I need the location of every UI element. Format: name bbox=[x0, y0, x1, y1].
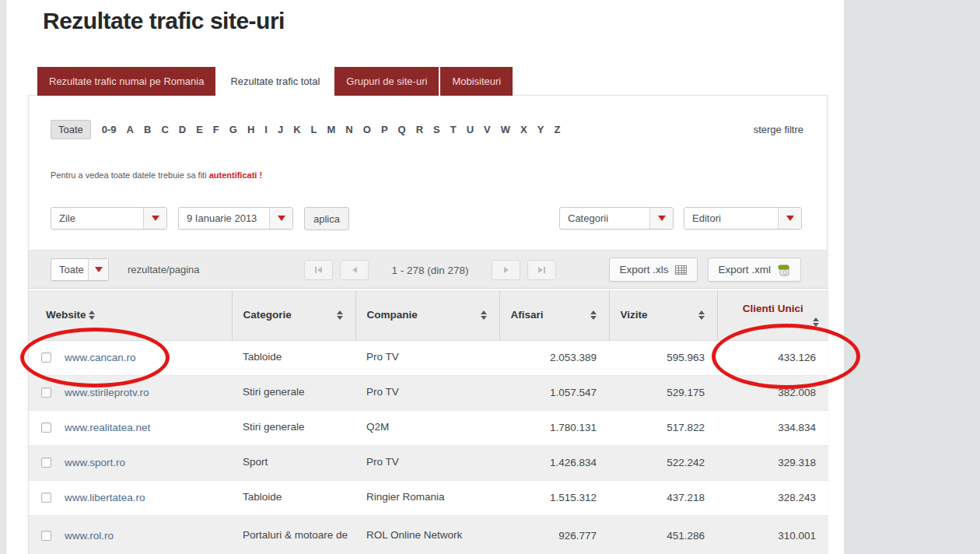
sort-icon[interactable] bbox=[813, 317, 819, 327]
triangle-left-icon bbox=[317, 267, 322, 273]
results-panel: Toate 0-9 A B C D E F G H I J K L M N O … bbox=[28, 95, 828, 554]
row-checkbox[interactable] bbox=[41, 352, 51, 363]
last-page-button[interactable] bbox=[527, 260, 556, 280]
alpha-filter-letter[interactable]: Z bbox=[554, 124, 560, 135]
alpha-filter-letter[interactable]: P bbox=[381, 124, 388, 135]
left-gutter bbox=[0, 0, 7, 554]
alpha-filter-letter[interactable]: A bbox=[127, 124, 134, 135]
column-label: Clienti Unici bbox=[718, 303, 829, 314]
last-page-icon bbox=[544, 267, 545, 273]
next-page-button[interactable] bbox=[492, 260, 520, 280]
cell-clienti-unici: 310.001 bbox=[717, 515, 828, 554]
caret-down-icon bbox=[786, 216, 794, 221]
date-dropdown-button[interactable] bbox=[269, 208, 292, 229]
period-dropdown[interactable]: Zile bbox=[51, 207, 167, 230]
website-link[interactable]: www.realitatea.net bbox=[65, 422, 150, 433]
alpha-filter-all[interactable]: Toate bbox=[51, 120, 91, 139]
alpha-filter-letter[interactable]: 0-9 bbox=[102, 124, 117, 135]
sort-icon[interactable] bbox=[481, 310, 487, 320]
category-dropdown[interactable]: Categorii bbox=[559, 207, 674, 230]
alpha-filter-letter[interactable]: E bbox=[196, 124, 203, 135]
alpha-filter-letter[interactable]: V bbox=[484, 124, 491, 135]
website-link[interactable]: www.stirileprotv.ro bbox=[65, 387, 149, 398]
prev-page-button[interactable] bbox=[340, 260, 369, 280]
row-checkbox[interactable] bbox=[41, 387, 51, 398]
table-row: www.rol.ro Portaluri & motoare de ROL On… bbox=[29, 515, 828, 554]
period-dropdown-button[interactable] bbox=[143, 208, 166, 229]
cell-categorie: Sport bbox=[232, 445, 355, 480]
column-header-companie[interactable]: Companie bbox=[355, 290, 499, 340]
sort-icon[interactable] bbox=[698, 310, 705, 320]
results-range-label: 1 - 278 (din 278) bbox=[376, 265, 485, 276]
website-link[interactable]: www.libertatea.ro bbox=[65, 492, 145, 503]
table-row: www.realitatea.net Stiri generale Q2M 1.… bbox=[29, 410, 828, 445]
export-xml-button[interactable]: Export .xml bbox=[708, 258, 801, 282]
editor-dropdown[interactable]: Editori bbox=[684, 207, 802, 230]
alpha-filter-letter[interactable]: W bbox=[501, 124, 510, 135]
export-xls-button[interactable]: Export .xls bbox=[609, 258, 698, 282]
column-header-afisari[interactable]: Afisari bbox=[499, 290, 609, 340]
alpha-filter-letter[interactable]: X bbox=[520, 124, 527, 135]
row-checkbox[interactable] bbox=[41, 493, 51, 503]
website-link[interactable]: www.sport.ro bbox=[65, 457, 125, 468]
alphabet-filter: Toate 0-9 A B C D E F G H I J K L M N O … bbox=[51, 120, 803, 139]
alpha-filter-letter[interactable]: L bbox=[311, 124, 317, 135]
category-dropdown-button[interactable] bbox=[649, 208, 673, 229]
tab-trafic-total[interactable]: Rezultate trafic total bbox=[217, 67, 333, 96]
sort-icon[interactable] bbox=[89, 310, 95, 320]
clear-filters-link[interactable]: sterge filtre bbox=[754, 124, 803, 135]
row-checkbox[interactable] bbox=[41, 423, 51, 433]
table-row: www.cancan.ro Tabloide Pro TV 2.053.389 … bbox=[29, 340, 828, 375]
apply-button[interactable]: aplica bbox=[304, 207, 349, 230]
cell-afisari: 926.777 bbox=[499, 515, 609, 554]
per-page-label: rezultate/pagina bbox=[128, 264, 200, 275]
website-link[interactable]: www.cancan.ro bbox=[65, 352, 136, 363]
tab-mobisiteuri[interactable]: Mobisiteuri bbox=[440, 67, 513, 96]
column-header-vizite[interactable]: Vizite bbox=[609, 290, 717, 340]
sort-icon[interactable] bbox=[590, 310, 597, 320]
website-link[interactable]: www.rol.ro bbox=[65, 530, 114, 542]
alpha-filter-letter[interactable]: H bbox=[247, 124, 254, 135]
per-page-dropdown-button[interactable] bbox=[88, 259, 108, 280]
alpha-filter-letter[interactable]: F bbox=[213, 124, 219, 135]
tab-bar: Rezultate trafic numai pe Romania Rezult… bbox=[37, 67, 513, 96]
column-header-clienti-unici[interactable]: Clienti Unici bbox=[717, 290, 828, 340]
alpha-filter-letter[interactable]: C bbox=[161, 124, 168, 135]
row-checkbox[interactable] bbox=[41, 531, 51, 541]
cell-companie: Pro TV bbox=[355, 445, 499, 480]
alpha-filter-letter[interactable]: I bbox=[264, 124, 268, 135]
alpha-filter-letter[interactable]: M bbox=[327, 124, 336, 135]
editor-dropdown-button[interactable] bbox=[778, 208, 801, 229]
xml-file-icon bbox=[777, 264, 791, 276]
alpha-filter-letter[interactable]: R bbox=[416, 124, 423, 135]
alpha-filter-letter[interactable]: J bbox=[278, 124, 283, 135]
alpha-filter-letter[interactable]: S bbox=[433, 124, 440, 135]
date-dropdown[interactable]: 9 Ianuarie 2013 bbox=[178, 207, 293, 230]
alpha-filter-letter[interactable]: G bbox=[229, 124, 237, 135]
right-gutter bbox=[844, 0, 980, 554]
tab-grupuri-site-uri[interactable]: Grupuri de site-uri bbox=[334, 67, 439, 96]
cell-vizite: 522.242 bbox=[609, 445, 717, 480]
row-checkbox[interactable] bbox=[41, 458, 51, 468]
column-header-categorie[interactable]: Categorie bbox=[232, 290, 355, 340]
cell-afisari: 1.057.547 bbox=[499, 375, 609, 410]
alpha-filter-letter[interactable]: K bbox=[293, 124, 300, 135]
cell-categorie: Stiri generale bbox=[232, 375, 355, 410]
auth-login-link[interactable]: autentificati ! bbox=[209, 170, 262, 180]
pagination-bar: Toate rezultate/pagina 1 - 278 (din 278)… bbox=[29, 250, 827, 289]
sort-icon[interactable] bbox=[337, 310, 343, 320]
alpha-filter-letter[interactable]: O bbox=[363, 124, 371, 135]
alpha-filter-letter[interactable]: Y bbox=[537, 124, 544, 135]
alpha-filter-letter[interactable]: Q bbox=[398, 124, 406, 135]
alpha-filter-letter[interactable]: B bbox=[144, 124, 151, 135]
alpha-filter-letter[interactable]: D bbox=[179, 124, 186, 135]
first-page-button[interactable] bbox=[304, 260, 333, 280]
alpha-filter-letter[interactable]: T bbox=[450, 124, 457, 135]
column-header-website[interactable]: Website bbox=[29, 290, 232, 340]
per-page-dropdown[interactable]: Toate bbox=[51, 258, 109, 281]
cell-afisari: 2.053.389 bbox=[499, 340, 609, 375]
tab-trafic-romania[interactable]: Rezultate trafic numai pe Romania bbox=[37, 67, 215, 96]
table-header-row: Website Categorie Companie Afisari Vizit… bbox=[29, 290, 828, 340]
alpha-filter-letter[interactable]: U bbox=[467, 124, 474, 135]
alpha-filter-letter[interactable]: N bbox=[345, 124, 352, 135]
